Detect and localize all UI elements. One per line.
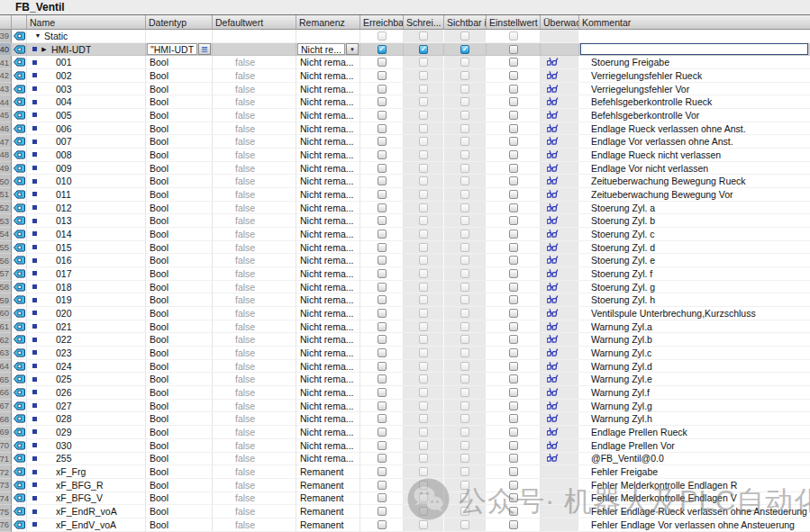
datatype-cell[interactable]: Bool [146, 95, 213, 109]
writable-checkbox[interactable] [419, 164, 428, 173]
comment-cell[interactable] [579, 30, 810, 43]
setpoint-checkbox[interactable] [509, 388, 518, 397]
defaultvalue-cell[interactable]: false [213, 267, 296, 281]
datatype-cell[interactable]: Bool [146, 83, 213, 96]
accessible-checkbox[interactable] [378, 322, 387, 331]
setpoint-checkbox[interactable] [509, 150, 518, 159]
retain-cell[interactable]: Nicht rema... [296, 214, 360, 228]
writable-checkbox[interactable] [419, 111, 428, 120]
accessible-checkbox[interactable] [378, 190, 387, 199]
name-cell[interactable]: xF_Frg [27, 465, 146, 479]
accessible-checkbox[interactable] [378, 124, 387, 133]
name-cell[interactable]: 027 [27, 400, 146, 413]
setpoint-checkbox[interactable] [509, 203, 518, 212]
name-cell[interactable]: xF_EndR_voA [27, 505, 146, 518]
setpoint-checkbox[interactable] [509, 401, 518, 410]
defaultvalue-cell[interactable]: false [213, 241, 296, 255]
defaultvalue-cell[interactable] [213, 30, 296, 43]
retain-cell[interactable]: Remanent [296, 465, 360, 479]
datatype-cell[interactable]: Bool [146, 386, 213, 400]
visible-checkbox[interactable] [460, 428, 469, 437]
writable-checkbox[interactable] [419, 124, 428, 133]
comment-cell[interactable]: Stoerung Zyl. g [579, 281, 810, 294]
name-cell[interactable]: ▶HMI-UDT [27, 43, 146, 57]
name-cell[interactable]: 013 [27, 214, 146, 228]
name-cell[interactable]: 016 [27, 254, 146, 267]
visible-checkbox[interactable] [460, 230, 469, 239]
datatype-cell[interactable]: Bool [146, 122, 213, 136]
datatype-cell[interactable] [146, 30, 213, 43]
comment-cell[interactable]: Stoerung Zyl. c [579, 228, 810, 241]
comment-cell[interactable]: Stoerung Zyl. a [579, 202, 810, 215]
retain-cell[interactable]: Nicht rema... [296, 386, 360, 400]
writable-checkbox[interactable] [419, 507, 428, 516]
name-cell[interactable]: 022 [27, 333, 146, 347]
setpoint-checkbox[interactable] [509, 269, 518, 278]
datatype-cell[interactable]: Bool [146, 320, 213, 334]
name-cell[interactable]: 003 [27, 83, 146, 96]
writable-checkbox[interactable] [419, 176, 428, 185]
datatype-cell[interactable]: Bool [146, 135, 213, 149]
comment-cell[interactable]: Endlage Vor verlassen ohne Anst. [579, 135, 810, 149]
comment-cell[interactable]: Endlage Vor nicht verlassen [579, 162, 810, 176]
defaultvalue-cell[interactable]: false [213, 83, 296, 96]
writable-checkbox[interactable] [419, 401, 428, 410]
retain-cell[interactable]: Nicht rema... [296, 149, 360, 162]
accessible-checkbox[interactable] [378, 71, 387, 80]
writable-checkbox[interactable] [419, 374, 428, 383]
setpoint-checkbox[interactable] [509, 322, 518, 331]
setpoint-checkbox[interactable] [509, 111, 518, 120]
defaultvalue-cell[interactable]: false [213, 465, 296, 479]
retain-select-value[interactable]: Nicht re... [297, 43, 345, 55]
setpoint-checkbox[interactable] [509, 467, 518, 476]
comment-cell[interactable]: @FB_Ventil@0.0 [579, 453, 810, 466]
writable-checkbox[interactable] [419, 243, 428, 252]
datatype-cell[interactable]: Bool [146, 293, 213, 307]
header-setpoint[interactable]: Einstellwert [487, 15, 541, 30]
comment-cell[interactable]: Ventilspule Unterbrechung,Kurzschluss [579, 307, 810, 320]
writable-checkbox[interactable] [419, 216, 428, 225]
retain-cell[interactable]: Nicht rema... [296, 320, 360, 334]
visible-checkbox[interactable] [460, 520, 469, 529]
visible-checkbox[interactable] [460, 216, 469, 225]
name-cell[interactable]: 014 [27, 228, 146, 241]
datatype-cell[interactable]: Bool [146, 412, 213, 426]
retain-cell[interactable]: Nicht rema... [296, 241, 360, 255]
visible-checkbox[interactable] [460, 71, 469, 80]
setpoint-checkbox[interactable] [509, 58, 518, 67]
accessible-checkbox[interactable] [378, 216, 387, 225]
datatype-cell[interactable]: Bool [146, 465, 213, 479]
comment-cell[interactable]: Befehlsgeberkontrolle Vor [579, 109, 810, 122]
retain-cell[interactable]: Nicht rema... [296, 109, 360, 122]
accessible-checkbox[interactable] [378, 230, 387, 239]
accessible-checkbox[interactable] [378, 362, 387, 371]
name-cell[interactable]: 024 [27, 360, 146, 374]
name-cell[interactable]: 025 [27, 373, 146, 386]
defaultvalue-cell[interactable]: false [213, 228, 296, 241]
retain-cell[interactable]: Nicht rema... [296, 267, 360, 281]
visible-checkbox[interactable] [460, 58, 469, 67]
header-retain[interactable]: Remanenz [296, 15, 360, 30]
setpoint-checkbox[interactable] [509, 85, 518, 94]
retain-cell[interactable]: Nicht rema... [296, 400, 360, 413]
visible-checkbox[interactable] [460, 164, 469, 173]
name-cell[interactable]: 005 [27, 109, 146, 122]
writable-checkbox[interactable] [419, 71, 428, 80]
header-datatype[interactable]: Datentyp [146, 15, 213, 30]
visible-checkbox[interactable] [460, 203, 469, 212]
setpoint-checkbox[interactable] [509, 295, 518, 304]
datatype-cell[interactable]: Bool [146, 228, 213, 241]
accessible-checkbox[interactable] [378, 481, 387, 490]
writable-checkbox[interactable] [419, 493, 428, 502]
setpoint-checkbox[interactable] [509, 243, 518, 252]
writable-checkbox[interactable] [419, 97, 428, 106]
comment-cell[interactable]: Warnung Zyl.g [579, 400, 810, 413]
writable-checkbox[interactable] [419, 481, 428, 490]
datatype-cell[interactable]: Bool [146, 175, 213, 188]
writable-checkbox[interactable] [419, 230, 428, 239]
writable-checkbox[interactable] [419, 441, 428, 450]
setpoint-checkbox[interactable] [509, 507, 518, 516]
datatype-cell[interactable]: Bool [146, 307, 213, 320]
name-cell[interactable]: 012 [27, 202, 146, 215]
setpoint-checkbox[interactable] [509, 481, 518, 490]
